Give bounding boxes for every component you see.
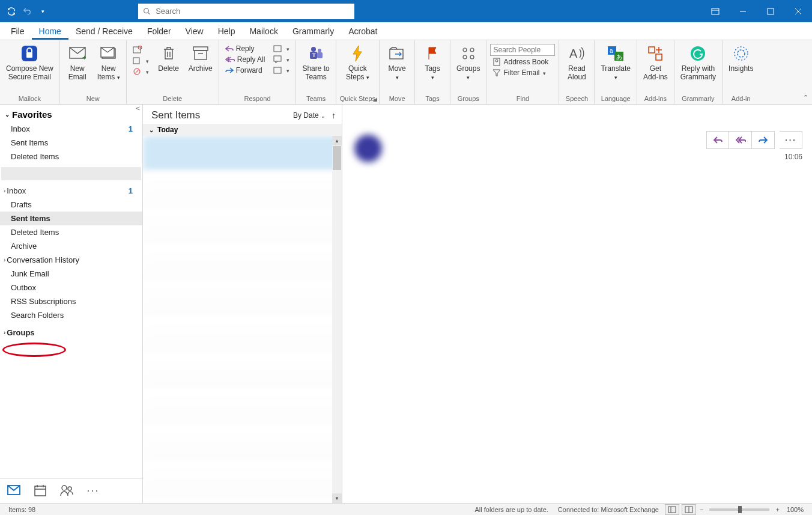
quick-steps-button[interactable]: Quick Steps ▾ <box>344 43 372 83</box>
message-item[interactable] <box>143 172 342 208</box>
folder-rss[interactable]: RSS Subscriptions <box>0 294 142 308</box>
tab-view[interactable]: View <box>178 23 211 40</box>
tab-file[interactable]: File <box>4 23 32 40</box>
search-box[interactable] <box>138 4 354 19</box>
share-to-teams-button[interactable]: T Share to Teams <box>300 43 332 83</box>
archive-button[interactable]: Archive <box>186 43 215 74</box>
zoom-slider[interactable] <box>709 508 769 511</box>
scroll-down-icon[interactable]: ▼ <box>332 493 342 503</box>
message-item[interactable] <box>143 316 342 352</box>
tab-grammarly[interactable]: Grammarly <box>285 23 341 40</box>
folder-junk-email[interactable]: Junk Email <box>0 267 142 281</box>
zoom-out-button[interactable]: − <box>697 506 706 513</box>
folder-archive[interactable]: Archive <box>0 239 142 253</box>
tab-help[interactable]: Help <box>211 23 243 40</box>
sender-avatar <box>354 135 382 162</box>
reply-action-button[interactable] <box>706 131 729 149</box>
svg-point-31 <box>463 55 467 59</box>
zoom-level[interactable]: 100% <box>782 506 808 513</box>
people-view-icon[interactable] <box>60 484 73 497</box>
collapse-folder-pane-icon[interactable]: < <box>136 105 140 112</box>
insights-button[interactable]: Insights <box>726 43 756 74</box>
translate-button[interactable]: aあ Translate▾ <box>598 43 633 83</box>
move-button[interactable]: Move▾ <box>383 43 411 83</box>
customize-qat-icon[interactable]: ▾ <box>37 6 48 17</box>
groups-header[interactable]: ›Groups <box>0 326 142 340</box>
folder-drafts[interactable]: Drafts <box>0 198 142 212</box>
fav-sent-items[interactable]: Sent Items <box>0 136 142 150</box>
folder-inbox[interactable]: ›Inbox1 <box>0 184 142 198</box>
sync-icon[interactable] <box>6 6 17 17</box>
date-group-today[interactable]: ⌄Today <box>143 124 342 136</box>
search-input[interactable] <box>156 7 350 16</box>
view-normal-button[interactable] <box>665 504 679 515</box>
new-email-button[interactable]: + New Email <box>64 43 91 83</box>
tab-home[interactable]: Home <box>32 23 68 40</box>
more-views-icon[interactable]: ··· <box>86 484 100 497</box>
tab-send-receive[interactable]: Send / Receive <box>68 23 140 40</box>
mail-view-icon[interactable] <box>7 484 20 497</box>
delete-button[interactable]: Delete <box>155 43 183 74</box>
envelope-stack-icon <box>99 44 118 63</box>
tab-mailock[interactable]: Mailock <box>242 23 285 40</box>
fav-deleted-items[interactable]: Deleted Items <box>0 150 142 163</box>
zoom-in-button[interactable]: + <box>773 506 781 513</box>
meeting-button[interactable] <box>271 44 292 53</box>
filter-email-button[interactable]: Filter Email <box>490 68 555 78</box>
forward-button[interactable]: Forward <box>223 66 268 75</box>
scroll-up-icon[interactable]: ▲ <box>332 136 342 145</box>
message-item[interactable] <box>143 280 342 316</box>
clean-up-button[interactable] <box>130 56 151 66</box>
folder-sent-items[interactable]: Sent Items <box>0 212 142 225</box>
folder-deleted-items[interactable]: Deleted Items <box>0 225 142 239</box>
message-item[interactable] <box>143 460 342 496</box>
message-item[interactable] <box>143 244 342 280</box>
ignore-button[interactable] <box>130 45 151 55</box>
tab-acrobat[interactable]: Acrobat <box>341 23 384 40</box>
close-button[interactable] <box>784 0 812 22</box>
message-time: 10:06 <box>784 153 802 161</box>
favorites-header[interactable]: ⌄Favorites <box>0 105 142 122</box>
more-respond-button[interactable] <box>271 66 292 75</box>
reply-all-action-button[interactable] <box>729 131 752 149</box>
maximize-button[interactable] <box>757 0 784 22</box>
folder-outbox[interactable]: Outbox <box>0 281 142 294</box>
reply-all-button[interactable]: Reply All <box>223 55 268 64</box>
account-header[interactable] <box>1 167 141 180</box>
sort-button[interactable]: By Date ⌄ <box>293 111 326 120</box>
new-items-button[interactable]: New Items ▾ <box>95 43 123 83</box>
im-button[interactable] <box>271 55 292 64</box>
address-book-button[interactable]: Address Book <box>490 57 555 67</box>
ribbon-display-options-icon[interactable] <box>701 0 729 22</box>
fav-inbox[interactable]: Inbox1 <box>0 122 142 136</box>
calendar-view-icon[interactable] <box>34 484 47 497</box>
undo-icon[interactable] <box>22 6 32 17</box>
tags-button[interactable]: Tags▾ <box>419 43 446 83</box>
get-addins-button[interactable]: Get Add-ins <box>641 43 670 83</box>
list-scrollbar[interactable]: ▲ ▼ <box>332 136 342 503</box>
forward-action-button[interactable] <box>752 131 775 149</box>
folder-conversation-history[interactable]: ›Conversation History <box>0 253 142 267</box>
read-aloud-button[interactable]: A Read Aloud <box>563 43 590 83</box>
message-item[interactable] <box>143 388 342 424</box>
junk-button[interactable] <box>130 67 151 76</box>
groups-button[interactable]: Groups▾ <box>454 43 482 83</box>
quicksteps-launcher[interactable]: ◢ <box>373 96 377 102</box>
folder-search-folders[interactable]: Search Folders <box>0 308 142 322</box>
view-reading-button[interactable] <box>682 504 696 515</box>
message-item[interactable] <box>143 424 342 460</box>
collapse-ribbon-icon[interactable]: ⌃ <box>803 94 808 102</box>
scroll-thumb[interactable] <box>333 146 341 170</box>
more-actions-button[interactable]: ··· <box>780 131 802 149</box>
search-people-input[interactable] <box>490 44 555 56</box>
compose-secure-email-button[interactable]: Compose New Secure Email <box>4 43 56 83</box>
reply-button[interactable]: Reply <box>223 44 268 53</box>
svg-point-29 <box>463 48 467 52</box>
minimize-button[interactable] <box>729 0 757 22</box>
message-item[interactable] <box>143 352 342 388</box>
message-item[interactable] <box>143 136 342 172</box>
tab-folder[interactable]: Folder <box>140 23 178 40</box>
reply-with-grammarly-button[interactable]: Reply with Grammarly <box>678 43 718 83</box>
message-item[interactable] <box>143 208 342 244</box>
sort-direction-button[interactable]: ↑ <box>332 111 336 120</box>
